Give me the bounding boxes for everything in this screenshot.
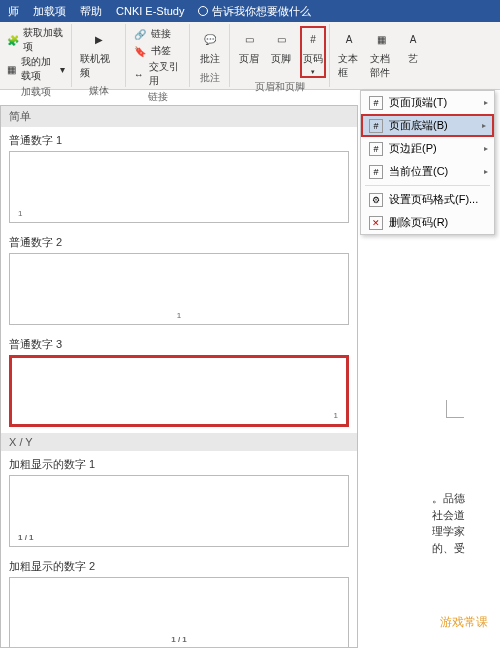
pagenum-dropdown: #页面顶端(T)▸ #页面底端(B)▸ #页边距(P)▸ #当前位置(C)▸ ⚙… bbox=[360, 90, 495, 235]
bookmark-icon: 🔖 bbox=[132, 43, 148, 59]
addins-icon: ▦ bbox=[6, 61, 18, 77]
document-text: 。品德 社会道 理学家 的、受 bbox=[432, 490, 492, 556]
remove-icon: ✕ bbox=[369, 216, 383, 230]
quickparts-button[interactable]: ▦文档部件 bbox=[368, 26, 394, 82]
page-top-icon: # bbox=[369, 96, 383, 110]
ribbon-group-comments: 💬 批注 批注 bbox=[190, 24, 230, 87]
page-current-icon: # bbox=[369, 165, 383, 179]
separator bbox=[365, 185, 490, 186]
gallery-item-title: 普通数字 2 bbox=[9, 235, 349, 250]
video-icon: ▶ bbox=[88, 28, 110, 50]
gallery-item[interactable]: 加粗显示的数字 2 1 / 1 bbox=[1, 553, 357, 648]
gallery-item-title: 普通数字 1 bbox=[9, 133, 349, 148]
footer-icon: ▭ bbox=[270, 28, 292, 50]
my-addins-button[interactable]: ▦我的加载项 ▾ bbox=[6, 55, 65, 83]
dropdown-item-margin[interactable]: #页边距(P)▸ bbox=[361, 137, 494, 160]
format-icon: ⚙ bbox=[369, 193, 383, 207]
preview-selected: 1 bbox=[9, 355, 349, 427]
parts-icon: ▦ bbox=[370, 28, 392, 50]
group-label: 媒体 bbox=[78, 84, 119, 98]
watermark: 游戏常课 bbox=[440, 614, 488, 631]
gallery-item[interactable]: 普通数字 1 1 bbox=[1, 127, 357, 229]
group-label: 加载项 bbox=[6, 85, 65, 99]
chevron-right-icon: ▸ bbox=[484, 98, 488, 107]
store-icon: 🧩 bbox=[6, 32, 20, 48]
tell-me-search[interactable]: 告诉我你想要做什么 bbox=[198, 4, 311, 19]
ribbon-group-links: 🔗链接 🔖书签 ↔交叉引用 链接 bbox=[126, 24, 190, 87]
gallery-item[interactable]: 普通数字 2 1 bbox=[1, 229, 357, 331]
bookmark-button[interactable]: 🔖书签 bbox=[132, 43, 183, 59]
link-button[interactable]: 🔗链接 bbox=[132, 26, 183, 42]
ribbon-group-text: A文本框 ▦文档部件 A艺 bbox=[330, 24, 420, 87]
dropdown-item-remove[interactable]: ✕删除页码(R) bbox=[361, 211, 494, 234]
tab-item[interactable]: CNKI E-Study bbox=[116, 5, 184, 17]
wordart-icon: A bbox=[402, 28, 424, 50]
title-bar: 师 加载项 帮助 CNKI E-Study 告诉我你想要做什么 bbox=[0, 0, 500, 22]
wordart-button[interactable]: A艺 bbox=[400, 26, 426, 68]
ribbon-group-header-footer: ▭页眉 ▭页脚 #页码▾ 页眉和页脚 bbox=[230, 24, 330, 87]
dropdown-item-bottom[interactable]: #页面底端(B)▸ bbox=[361, 114, 494, 137]
page-margin-icon: # bbox=[369, 142, 383, 156]
chevron-right-icon: ▸ bbox=[482, 121, 486, 130]
corner-mark bbox=[446, 400, 464, 418]
chevron-right-icon: ▸ bbox=[484, 167, 488, 176]
preview: 1 bbox=[9, 151, 349, 223]
header-button[interactable]: ▭页眉 bbox=[236, 26, 262, 68]
header-icon: ▭ bbox=[238, 28, 260, 50]
gallery-header: X / Y bbox=[1, 433, 357, 451]
dropdown-item-format[interactable]: ⚙设置页码格式(F)... bbox=[361, 188, 494, 211]
link-icon: 🔗 bbox=[132, 26, 148, 42]
dropdown-item-current[interactable]: #当前位置(C)▸ bbox=[361, 160, 494, 183]
preview: 1 / 1 bbox=[9, 577, 349, 648]
xref-button[interactable]: ↔交叉引用 bbox=[132, 60, 183, 88]
group-label: 链接 bbox=[132, 90, 183, 104]
lightbulb-icon bbox=[198, 6, 208, 16]
gallery-item[interactable]: 普通数字 3 1 bbox=[1, 331, 357, 433]
footer-button[interactable]: ▭页脚 bbox=[268, 26, 294, 68]
preview: 1 / 1 bbox=[9, 475, 349, 547]
tab-item[interactable]: 师 bbox=[8, 4, 19, 19]
preview: 1 bbox=[9, 253, 349, 325]
comment-button[interactable]: 💬 批注 bbox=[196, 26, 223, 68]
gallery-item-title: 加粗显示的数字 1 bbox=[9, 457, 349, 472]
gallery-item-title: 加粗显示的数字 2 bbox=[9, 559, 349, 574]
group-label: 批注 bbox=[196, 71, 223, 85]
gallery-header: 简单 bbox=[1, 106, 357, 127]
page-number-button[interactable]: #页码▾ bbox=[300, 26, 326, 78]
ribbon-group-media: ▶ 联机视频 媒体 bbox=[72, 24, 126, 87]
textbox-icon: A bbox=[338, 28, 360, 50]
chevron-right-icon: ▸ bbox=[484, 144, 488, 153]
gallery-item-title: 普通数字 3 bbox=[9, 337, 349, 352]
textbox-button[interactable]: A文本框 bbox=[336, 26, 362, 82]
tab-item[interactable]: 加载项 bbox=[33, 4, 66, 19]
pagenum-gallery: 简单 普通数字 1 1 普通数字 2 1 普通数字 3 1 X / Y 加粗显示… bbox=[0, 105, 358, 648]
ribbon-group-addins: 🧩获取加载项 ▦我的加载项 ▾ 加载项 bbox=[0, 24, 72, 87]
get-addins-button[interactable]: 🧩获取加载项 bbox=[6, 26, 65, 54]
online-video-button[interactable]: ▶ 联机视频 bbox=[78, 26, 119, 82]
pagenum-icon: # bbox=[302, 28, 324, 50]
gallery-item[interactable]: 加粗显示的数字 1 1 / 1 bbox=[1, 451, 357, 553]
group-label: 页眉和页脚 bbox=[236, 80, 323, 94]
tab-item[interactable]: 帮助 bbox=[80, 4, 102, 19]
comment-icon: 💬 bbox=[199, 28, 221, 50]
dropdown-item-top[interactable]: #页面顶端(T)▸ bbox=[361, 91, 494, 114]
ribbon: 🧩获取加载项 ▦我的加载项 ▾ 加载项 ▶ 联机视频 媒体 🔗链接 🔖书签 ↔交… bbox=[0, 22, 500, 90]
page-bottom-icon: # bbox=[369, 119, 383, 133]
xref-icon: ↔ bbox=[132, 66, 146, 82]
